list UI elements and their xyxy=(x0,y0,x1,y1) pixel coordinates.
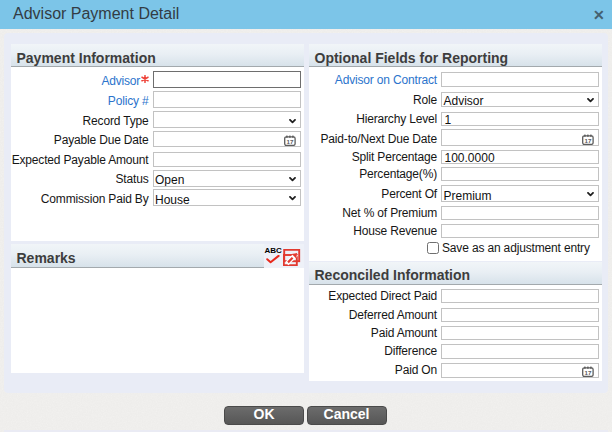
svg-text:17: 17 xyxy=(286,138,293,145)
svg-text:17: 17 xyxy=(584,137,591,144)
svg-text:17: 17 xyxy=(584,368,591,375)
